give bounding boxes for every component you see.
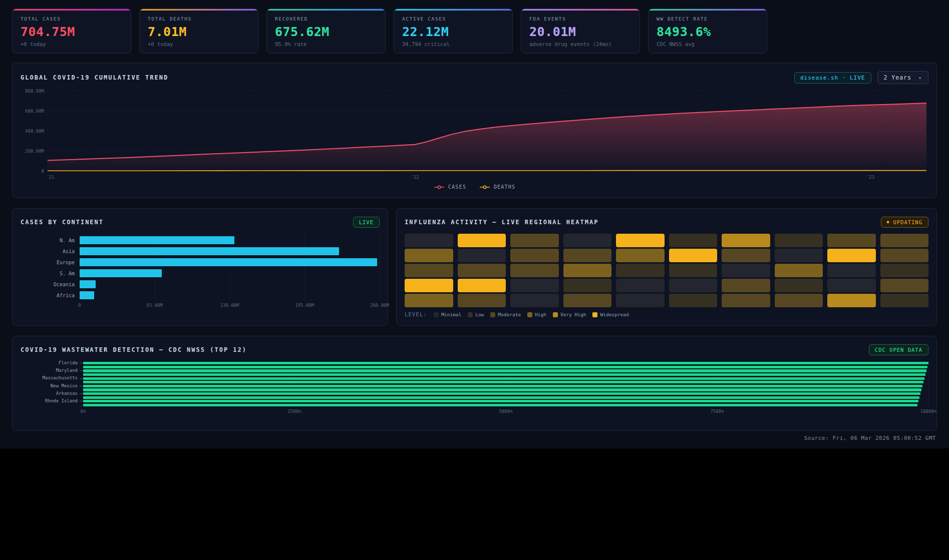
axis-tick-label: 5000% bbox=[499, 409, 512, 414]
legend-label: DEATHS bbox=[494, 184, 515, 190]
ww-bar bbox=[83, 404, 917, 406]
continent-bar bbox=[80, 247, 339, 255]
continent-panel-header: CASES BY CONTINENT LIVE bbox=[21, 217, 380, 228]
legend-label: Minimal bbox=[441, 312, 461, 317]
source-footer: Source: Fri, 06 Mar 2026 05:00:52 GMT bbox=[12, 435, 937, 441]
heatmap-legend-items: MinimalLowModerateHighVery HighWidesprea… bbox=[434, 312, 629, 317]
axis-tick bbox=[80, 393, 83, 394]
heatmap-panel-header: INFLUENZA ACTIVITY — LIVE REGIONAL HEATM… bbox=[405, 217, 928, 228]
axis-tick bbox=[80, 386, 83, 386]
heatmap-cell-r4-c8 bbox=[775, 279, 823, 292]
svg-text:0: 0 bbox=[42, 169, 44, 174]
heatmap-legend-item-widespread: Widespread bbox=[592, 312, 628, 317]
stat-value: 7.01M bbox=[148, 25, 250, 39]
heatmap-cell-r2-c7 bbox=[722, 249, 770, 262]
legend-swatch bbox=[553, 312, 558, 317]
heatmap-cell-r3-c4 bbox=[563, 264, 612, 277]
axis-tick-label: 195.00M bbox=[295, 303, 314, 308]
heatmap-cell-r1-c4 bbox=[563, 234, 612, 247]
ww-bar bbox=[83, 369, 926, 372]
ww-row-state-10 bbox=[21, 395, 928, 399]
continent-label: Oceania bbox=[21, 282, 80, 287]
heatmap-cell-r1-c9 bbox=[827, 234, 876, 247]
svg-text:400.00M: 400.00M bbox=[25, 129, 45, 134]
heatmap-cell-r4-c2 bbox=[458, 279, 506, 292]
trend-panel-controls: disease.sh · LIVE 2 Years ▾ bbox=[794, 71, 928, 84]
ww-bar-track bbox=[83, 385, 928, 387]
axis-tick-label: 0 bbox=[78, 303, 81, 308]
stat-label: TOTAL CASES bbox=[21, 16, 123, 22]
continent-chart: N. AmAsiaEuropeS. AmOceaniaAfrica065.00M… bbox=[21, 235, 380, 310]
stat-card-total-cases: TOTAL CASES704.75M+0 today bbox=[12, 9, 131, 54]
axis-tick-label: 10000% bbox=[920, 409, 937, 414]
trend-panel: GLOBAL COVID-19 CUMULATIVE TREND disease… bbox=[12, 63, 937, 198]
heatmap-legend-title: LEVEL: bbox=[405, 312, 427, 317]
stat-accent-bar bbox=[267, 9, 385, 11]
stat-accent-bar bbox=[13, 9, 131, 11]
heatmap-updating-badge: ● UPDATING bbox=[881, 217, 928, 228]
continent-bar-track bbox=[80, 280, 380, 288]
legend-swatch bbox=[490, 312, 495, 317]
heatmap-cell-r5-c9 bbox=[827, 294, 876, 307]
ww-bar-track bbox=[83, 366, 928, 368]
heatmap-cell-r4-c10 bbox=[880, 279, 929, 292]
ww-row-rhode-island: Rhode Island bbox=[21, 399, 928, 403]
ww-row-state-8 bbox=[21, 388, 928, 392]
stat-value: 22.12M bbox=[402, 25, 504, 39]
heatmap-cell-r2-c1 bbox=[405, 249, 453, 262]
axis-tick-label: 7500% bbox=[710, 409, 724, 414]
heatmap-cell-r2-c8 bbox=[775, 249, 823, 262]
heatmap-cell-r5-c8 bbox=[775, 294, 823, 307]
continent-label: N. Am bbox=[21, 238, 80, 243]
heatmap-cell-r1-c8 bbox=[775, 234, 823, 247]
stat-card-recovered: RECOVERED675.62M95.9% rate bbox=[266, 9, 386, 54]
heatmap-cell-r1-c3 bbox=[510, 234, 559, 247]
ww-row-maryland: Maryland bbox=[21, 369, 928, 373]
heatmap-cell-r5-c2 bbox=[458, 294, 506, 307]
continent-axis: 065.00M130.00M195.00M260.00M bbox=[80, 303, 380, 310]
legend-marker-icon bbox=[434, 185, 445, 190]
heatmap-cell-r5-c5 bbox=[616, 294, 665, 307]
heatmap-cell-r1-c6 bbox=[669, 234, 718, 247]
legend-label: Widespread bbox=[600, 312, 628, 317]
ww-row-state-6 bbox=[21, 380, 928, 384]
legend-swatch bbox=[592, 312, 597, 317]
continent-bar bbox=[80, 291, 94, 299]
ww-row-arkansas: Arkansas bbox=[21, 392, 928, 396]
ww-row-florida: Florida bbox=[21, 361, 928, 365]
axis-tick-label: 65.00M bbox=[146, 303, 163, 308]
continent-row-africa: Africa bbox=[21, 290, 380, 301]
heatmap-legend: LEVEL: MinimalLowModerateHighVery HighWi… bbox=[405, 312, 928, 317]
continent-live-badge: LIVE bbox=[353, 217, 380, 228]
continent-label: S. Am bbox=[21, 271, 80, 276]
ww-bar bbox=[83, 388, 921, 391]
stat-sub: 95.9% rate bbox=[275, 41, 377, 47]
legend-swatch bbox=[434, 312, 439, 317]
heatmap-cell-r3-c5 bbox=[616, 264, 665, 277]
continent-row-s-am: S. Am bbox=[21, 268, 380, 279]
continent-label: Africa bbox=[21, 293, 80, 298]
legend-label: Low bbox=[475, 312, 484, 317]
heatmap-panel: INFLUENZA ACTIVITY — LIVE REGIONAL HEATM… bbox=[396, 208, 937, 326]
updating-badge-label: UPDATING bbox=[893, 219, 922, 225]
axis-tick-label: 0% bbox=[81, 409, 86, 414]
ww-panel-header: COVID-19 WASTEWATER DETECTION — CDC NWSS… bbox=[21, 344, 928, 355]
legend-marker-icon bbox=[479, 185, 490, 190]
continent-row-oceania: Oceania bbox=[21, 279, 380, 290]
stat-value: 20.01M bbox=[529, 25, 631, 39]
heatmap-cell-r5-c3 bbox=[510, 294, 559, 307]
heatmap-cell-r2-c9 bbox=[827, 249, 876, 262]
heatmap-cell-r1-c2 bbox=[458, 234, 506, 247]
stat-label: TOTAL DEATHS bbox=[148, 16, 250, 22]
stat-accent-bar bbox=[649, 9, 767, 11]
svg-text:600.00M: 600.00M bbox=[25, 109, 45, 114]
ww-state-label: Massachusetts bbox=[21, 376, 80, 380]
stat-sub: +0 today bbox=[21, 41, 123, 47]
ww-source-badge: CDC OPEN DATA bbox=[869, 344, 928, 355]
heatmap-legend-item-low: Low bbox=[468, 312, 484, 317]
ww-bar bbox=[83, 392, 920, 395]
ww-row-state-2 bbox=[21, 365, 928, 369]
time-range-select[interactable]: 2 Years ▾ bbox=[877, 71, 929, 84]
updating-dot-icon: ● bbox=[887, 220, 890, 224]
ww-bar-track bbox=[83, 400, 928, 402]
